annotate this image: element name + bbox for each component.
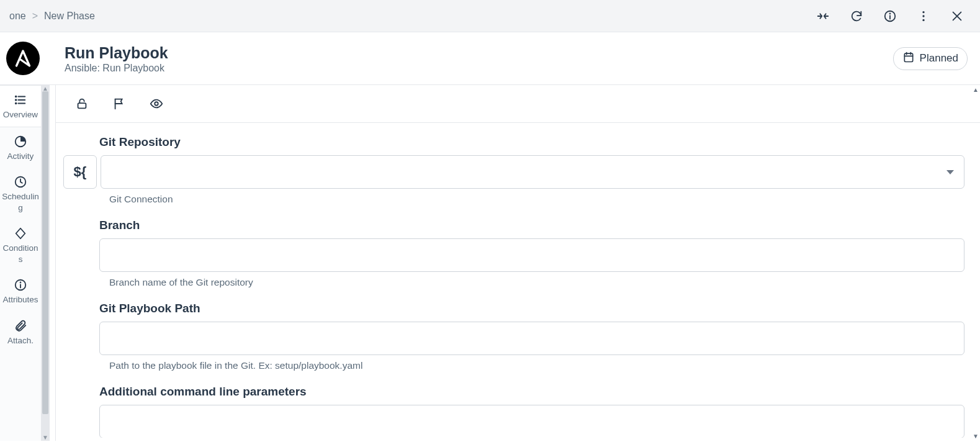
close-icon[interactable]: [950, 9, 964, 24]
sidebar-item-label: Overview: [3, 109, 38, 120]
status-badge[interactable]: Planned: [893, 47, 968, 70]
sidebar-item-conditions[interactable]: Conditions: [0, 219, 41, 271]
field-branch: Branch Branch name of the Git repository: [63, 219, 964, 288]
breadcrumb-separator: >: [32, 11, 38, 22]
info-circle-icon: [14, 278, 27, 292]
more-icon[interactable]: [916, 9, 931, 24]
svg-point-22: [20, 282, 21, 283]
refresh-icon[interactable]: [849, 9, 864, 24]
sidebar-item-attributes[interactable]: Attributes: [0, 271, 41, 312]
top-bar: one > New Phase: [0, 0, 980, 32]
scroll-up-icon: ▲: [971, 85, 980, 94]
list-icon: [14, 93, 27, 107]
svg-point-24: [155, 102, 158, 106]
page-title: Run Playbook: [65, 43, 893, 63]
page-header: Run Playbook Ansible: Run Playbook Plann…: [0, 32, 980, 85]
field-label: Branch: [99, 219, 964, 232]
sidebar-item-label: Conditions: [1, 243, 40, 264]
sidebar-item-label: Attach.: [7, 335, 34, 346]
sidebar-scrollbar[interactable]: ▲ ▼: [41, 85, 50, 441]
activity-icon: [14, 135, 27, 148]
page-subtitle: Ansible: Run Playbook: [65, 63, 893, 74]
chevron-down-icon: [946, 170, 954, 174]
svg-rect-8: [904, 53, 912, 61]
svg-point-15: [16, 96, 17, 97]
paperclip-icon: [14, 319, 27, 333]
field-label: Git Repository: [99, 135, 964, 149]
content-scrollbar[interactable]: ▲ ▼: [971, 85, 980, 441]
scroll-down-icon: ▼: [42, 434, 48, 441]
sidebar-item-scheduling[interactable]: Scheduling: [0, 168, 41, 219]
field-help: Git Connection: [109, 194, 964, 205]
svg-point-2: [890, 13, 891, 14]
sidebar-item-label: Scheduling: [1, 191, 40, 213]
breadcrumb-current[interactable]: New Phase: [44, 11, 95, 22]
status-label: Planned: [920, 52, 958, 65]
calendar-icon: [902, 51, 915, 66]
field-label: Git Playbook Path: [99, 302, 964, 315]
field-additional-params: Additional command line parameters: [63, 385, 964, 438]
diamond-icon: [14, 227, 27, 240]
sidebar-item-attachments[interactable]: Attach.: [0, 312, 41, 353]
collapse-icon[interactable]: [816, 9, 830, 24]
variable-button[interactable]: ${: [63, 155, 97, 189]
breadcrumb: one > New Phase: [9, 11, 95, 22]
ansible-logo-icon: [6, 42, 40, 75]
field-help: Branch name of the Git repository: [109, 277, 964, 288]
breadcrumb-parent[interactable]: one: [9, 11, 26, 22]
svg-point-4: [922, 15, 924, 17]
lock-icon[interactable]: [74, 96, 89, 111]
field-git-repository: Git Repository ${ Git Connection: [63, 135, 964, 205]
branch-input[interactable]: [99, 238, 964, 272]
svg-point-17: [16, 103, 17, 104]
scroll-down-icon: ▼: [971, 431, 980, 441]
sidebar-item-overview[interactable]: Overview: [0, 85, 41, 127]
info-icon[interactable]: [883, 9, 897, 24]
content-toolbar: [56, 85, 980, 123]
svg-rect-23: [78, 103, 86, 108]
svg-point-16: [16, 99, 17, 101]
svg-point-3: [922, 11, 924, 12]
eye-icon[interactable]: [149, 96, 164, 111]
playbook-path-input[interactable]: [99, 322, 964, 355]
svg-point-5: [922, 19, 924, 20]
content-pane: Git Repository ${ Git Connection Branch …: [56, 85, 980, 441]
field-help: Path to the playbook file in the Git. Ex…: [109, 360, 964, 371]
field-playbook-path: Git Playbook Path Path to the playbook f…: [63, 302, 964, 371]
scroll-thumb[interactable]: [42, 91, 48, 414]
sidebar-item-activity[interactable]: Activity: [0, 127, 41, 168]
clock-icon: [14, 175, 27, 189]
sidebar-item-label: Attributes: [2, 294, 38, 305]
sidebar-item-label: Activity: [7, 151, 34, 162]
field-label: Additional command line parameters: [99, 385, 964, 399]
sidebar: Overview Activity Scheduling Conditions: [0, 85, 41, 441]
additional-params-input[interactable]: [99, 405, 964, 438]
flag-icon[interactable]: [112, 96, 127, 111]
git-repository-select[interactable]: [101, 155, 964, 189]
topbar-actions: [816, 9, 964, 24]
